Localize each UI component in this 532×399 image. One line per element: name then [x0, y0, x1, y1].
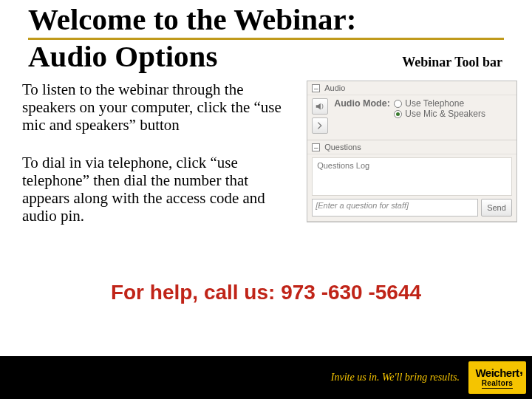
instruction-text: To listen to the webinar through the spe… [22, 81, 298, 244]
radio-selected-icon [394, 110, 402, 118]
audio-panel-label: Audio [324, 83, 512, 92]
audio-mode-label: Audio Mode: [334, 98, 390, 109]
collapse-icon[interactable]: – [312, 143, 320, 151]
speaker-icon[interactable] [312, 98, 328, 115]
expand-icon[interactable] [312, 117, 328, 134]
questions-panel-label: Questions [324, 143, 512, 151]
logo-line1: Weichert [475, 367, 519, 378]
radio-icon [394, 100, 402, 108]
send-button[interactable]: Send [481, 199, 512, 216]
questions-panel-header[interactable]: – Questions [307, 140, 516, 154]
webinar-toolbar-screenshot: – Audio Audio Mode: [307, 81, 517, 244]
footer-bar: Invite us in. We'll bring results. Weich… [0, 356, 532, 399]
help-phone-line: For help, call us: 973 -630 -5644 [0, 281, 532, 304]
logo-line2: Realtors [482, 380, 513, 389]
toolbar-caption: Webinar Tool bar [402, 55, 502, 70]
collapse-icon[interactable]: – [312, 84, 320, 92]
weichert-logo: Weichert , Realtors [468, 361, 526, 394]
footer-tagline: Invite us in. We'll bring results. [331, 372, 460, 383]
instruction-paragraph-1: To listen to the webinar through the spe… [22, 81, 298, 134]
use-mic-speakers-option[interactable]: Use Mic & Speakers [394, 109, 485, 119]
questions-log: Questions Log [312, 157, 512, 196]
use-mic-label: Use Mic & Speakers [405, 109, 485, 119]
use-telephone-option[interactable]: Use Telephone [394, 98, 485, 109]
logo-comma: , [519, 363, 523, 376]
audio-panel-header[interactable]: – Audio [307, 81, 516, 95]
slide-title-line2: Audio Options [0, 40, 217, 73]
use-telephone-label: Use Telephone [405, 98, 464, 109]
question-input[interactable]: [Enter a question for staff] [312, 199, 478, 216]
slide-title-line1: Welcome to the Webinar: [0, 0, 532, 36]
instruction-paragraph-2: To dial in via telephone, click “use tel… [22, 154, 298, 225]
